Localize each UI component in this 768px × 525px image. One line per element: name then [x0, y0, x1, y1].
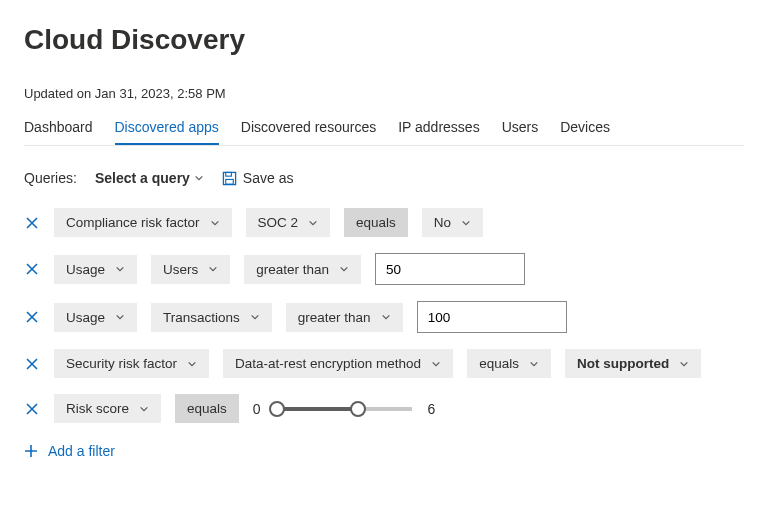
tab-dashboard[interactable]: Dashboard — [24, 119, 93, 145]
save-icon — [222, 171, 237, 186]
filter-field[interactable]: Risk score — [54, 394, 161, 423]
filter-operator[interactable]: equals — [175, 394, 239, 423]
tab-devices[interactable]: Devices — [560, 119, 610, 145]
filter-field[interactable]: Compliance risk factor — [54, 208, 232, 237]
filter-field[interactable]: Usage — [54, 255, 137, 284]
slider-thumb-high[interactable] — [350, 401, 366, 417]
filter-row: Security risk factor Data-at-rest encryp… — [24, 349, 744, 378]
filter-value[interactable]: Not supported — [565, 349, 701, 378]
close-icon — [26, 403, 38, 415]
remove-filter-button[interactable] — [24, 261, 40, 277]
filter-operator[interactable]: equals — [467, 349, 551, 378]
chevron-down-icon — [431, 359, 441, 369]
filter-operator[interactable]: greater than — [244, 255, 361, 284]
slider-min-label: 0 — [253, 401, 261, 417]
tab-discovered-apps[interactable]: Discovered apps — [115, 119, 219, 145]
filter-operator[interactable]: equals — [344, 208, 408, 237]
add-filter-label: Add a filter — [48, 443, 115, 459]
filter-row: Compliance risk factor SOC 2 equals No — [24, 208, 744, 237]
chevron-down-icon — [187, 359, 197, 369]
tabs: Dashboard Discovered apps Discovered res… — [24, 119, 744, 146]
filter-value[interactable]: No — [422, 208, 483, 237]
risk-score-slider: 0 6 — [253, 401, 436, 417]
save-as-button[interactable]: Save as — [222, 170, 294, 186]
svg-rect-1 — [226, 172, 232, 176]
remove-filter-button[interactable] — [24, 401, 40, 417]
close-icon — [26, 311, 38, 323]
filter-operator[interactable]: greater than — [286, 303, 403, 332]
filter-row: Risk score equals 0 6 — [24, 394, 744, 423]
close-icon — [26, 217, 38, 229]
filter-row: Usage Transactions greater than — [24, 301, 744, 333]
svg-rect-2 — [226, 179, 234, 184]
add-filter-button[interactable]: Add a filter — [24, 443, 744, 459]
filter-field[interactable]: Usage — [54, 303, 137, 332]
filter-subfield[interactable]: SOC 2 — [246, 208, 331, 237]
remove-filter-button[interactable] — [24, 215, 40, 231]
chevron-down-icon — [115, 264, 125, 274]
query-select[interactable]: Select a query — [95, 170, 204, 186]
tab-discovered-resources[interactable]: Discovered resources — [241, 119, 376, 145]
chevron-down-icon — [139, 404, 149, 414]
chevron-down-icon — [529, 359, 539, 369]
updated-timestamp: Updated on Jan 31, 2023, 2:58 PM — [24, 86, 744, 101]
remove-filter-button[interactable] — [24, 309, 40, 325]
slider-max-label: 6 — [428, 401, 436, 417]
filters-list: Compliance risk factor SOC 2 equals No U… — [24, 208, 744, 459]
page-title: Cloud Discovery — [24, 24, 744, 56]
tab-users[interactable]: Users — [502, 119, 539, 145]
chevron-down-icon — [308, 218, 318, 228]
chevron-down-icon — [461, 218, 471, 228]
remove-filter-button[interactable] — [24, 356, 40, 372]
filter-subfield[interactable]: Data-at-rest encryption method — [223, 349, 453, 378]
tab-ip-addresses[interactable]: IP addresses — [398, 119, 479, 145]
filter-subfield[interactable]: Users — [151, 255, 230, 284]
chevron-down-icon — [115, 312, 125, 322]
filter-value-input[interactable] — [417, 301, 567, 333]
filter-subfield[interactable]: Transactions — [151, 303, 272, 332]
filter-field[interactable]: Security risk factor — [54, 349, 209, 378]
chevron-down-icon — [250, 312, 260, 322]
chevron-down-icon — [210, 218, 220, 228]
plus-icon — [24, 444, 38, 458]
slider-track[interactable] — [277, 407, 412, 411]
chevron-down-icon — [381, 312, 391, 322]
query-bar: Queries: Select a query Save as — [24, 170, 744, 186]
close-icon — [26, 263, 38, 275]
filter-row: Usage Users greater than — [24, 253, 744, 285]
query-select-label: Select a query — [95, 170, 190, 186]
chevron-down-icon — [194, 173, 204, 183]
chevron-down-icon — [208, 264, 218, 274]
filter-value-input[interactable] — [375, 253, 525, 285]
chevron-down-icon — [339, 264, 349, 274]
chevron-down-icon — [679, 359, 689, 369]
queries-label: Queries: — [24, 170, 77, 186]
slider-thumb-low[interactable] — [269, 401, 285, 417]
close-icon — [26, 358, 38, 370]
save-as-label: Save as — [243, 170, 294, 186]
